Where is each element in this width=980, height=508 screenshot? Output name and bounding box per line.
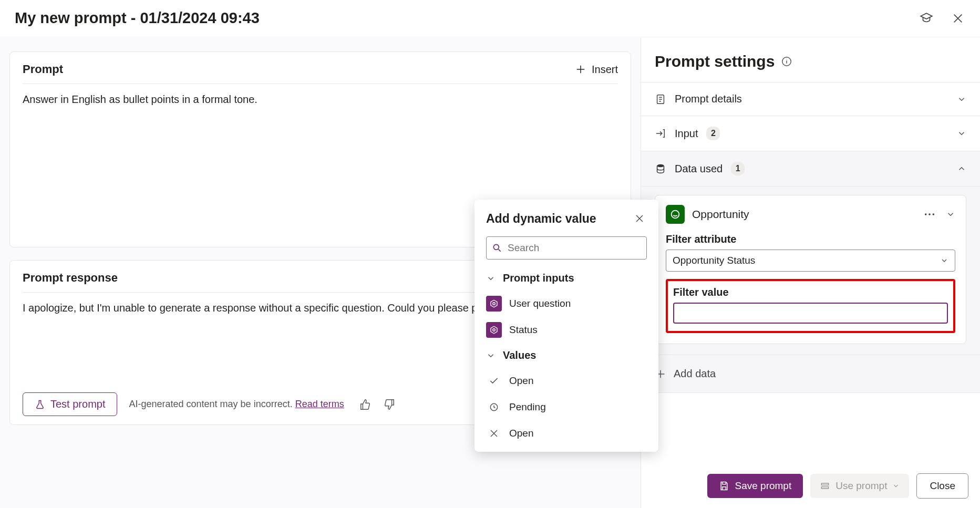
svg-point-10 <box>493 303 496 305</box>
clock-icon <box>486 399 502 415</box>
data-used-body: Opportunity Filter attribute <box>641 186 980 355</box>
save-prompt-label: Save prompt <box>735 480 791 492</box>
dynamic-value-popover: Add dynamic value Prompt inputs User que… <box>474 200 658 452</box>
group-label: Values <box>503 349 536 361</box>
chevron-down-icon[interactable] <box>946 210 955 219</box>
data-count-badge: 1 <box>731 162 745 175</box>
input-item-status[interactable]: Status <box>474 317 658 343</box>
svg-rect-7 <box>822 483 829 485</box>
entity-icon <box>666 205 685 224</box>
input-count-badge: 2 <box>706 127 720 140</box>
item-label: Pending <box>509 401 546 413</box>
ai-disclaimer: AI-generated content may be incorrect. R… <box>129 399 344 410</box>
section-label: Data used <box>675 163 723 175</box>
database-icon <box>655 163 666 174</box>
section-data-used[interactable]: Data used 1 <box>641 151 980 186</box>
filter-value-highlight: Filter value <box>666 279 955 333</box>
section-input[interactable]: Input 2 <box>641 116 980 151</box>
group-values[interactable]: Values <box>474 343 658 368</box>
test-prompt-button[interactable]: Test prompt <box>23 392 117 416</box>
settings-title: Prompt settings <box>655 53 775 70</box>
group-label: Prompt inputs <box>503 272 574 284</box>
close-button[interactable]: Close <box>916 473 968 499</box>
chevron-down-icon <box>486 351 496 360</box>
input-item-user-question[interactable]: User question <box>474 291 658 317</box>
filter-attribute-label: Filter attribute <box>666 233 955 245</box>
filter-value-input[interactable] <box>673 303 948 324</box>
entity-name: Opportunity <box>692 208 749 221</box>
settings-title-row: Prompt settings <box>641 38 980 82</box>
settings-panel: Prompt settings Prompt details <box>641 38 980 508</box>
check-icon <box>486 373 502 389</box>
thumbs-down-icon[interactable] <box>382 397 397 412</box>
page-header: My new prompt - 01/31/2024 09:43 <box>0 0 980 36</box>
svg-point-5 <box>929 213 931 215</box>
filter-value-label: Filter value <box>673 286 948 298</box>
use-prompt-button: Use prompt <box>810 474 909 498</box>
search-input[interactable] <box>508 242 641 254</box>
variable-icon <box>486 296 502 312</box>
x-icon <box>486 426 502 441</box>
add-data-label: Add data <box>674 368 716 380</box>
read-terms-link[interactable]: Read terms <box>295 399 344 409</box>
insert-label: Insert <box>592 64 618 76</box>
section-label: Input <box>675 128 698 140</box>
test-prompt-label: Test prompt <box>50 398 105 410</box>
value-item-open-check[interactable]: Open <box>474 368 658 394</box>
chevron-down-icon <box>957 129 966 138</box>
item-label: Open <box>509 375 533 387</box>
header-actions <box>919 11 965 26</box>
value-item-pending[interactable]: Pending <box>474 394 658 420</box>
item-label: Status <box>509 324 538 336</box>
group-prompt-inputs[interactable]: Prompt inputs <box>474 266 658 291</box>
insert-button[interactable]: Insert <box>575 64 618 76</box>
variable-icon <box>486 322 502 338</box>
entity-card: Opportunity Filter attribute <box>655 195 966 344</box>
filter-attribute-select[interactable]: Opportunity Status <box>666 250 955 272</box>
footer-bar: Save prompt Use prompt Close <box>696 464 980 508</box>
svg-point-6 <box>933 213 935 215</box>
info-icon[interactable] <box>781 56 792 67</box>
learn-icon[interactable] <box>919 11 934 26</box>
chevron-down-icon <box>486 274 496 283</box>
section-prompt-details[interactable]: Prompt details <box>641 82 980 116</box>
svg-rect-8 <box>822 487 829 489</box>
filter-attribute-value: Opportunity Status <box>673 255 755 266</box>
use-prompt-label: Use prompt <box>835 480 887 492</box>
search-field[interactable] <box>486 236 647 260</box>
search-icon <box>492 243 502 253</box>
svg-point-2 <box>657 164 664 168</box>
chevron-up-icon <box>957 164 966 173</box>
close-icon[interactable] <box>632 211 647 226</box>
svg-point-9 <box>493 244 499 250</box>
response-card-title: Prompt response <box>23 271 118 285</box>
close-icon[interactable] <box>951 11 965 26</box>
value-item-open-x[interactable]: Open <box>474 420 658 447</box>
svg-point-4 <box>925 213 927 215</box>
input-icon <box>655 128 666 139</box>
add-data-button[interactable]: Add data <box>641 355 980 393</box>
svg-point-11 <box>493 329 496 331</box>
prompt-card-title: Prompt <box>23 63 63 76</box>
more-icon[interactable] <box>924 213 935 216</box>
save-prompt-button[interactable]: Save prompt <box>707 474 803 498</box>
close-label: Close <box>930 480 955 491</box>
details-icon <box>655 94 666 105</box>
svg-point-3 <box>672 211 679 219</box>
item-label: Open <box>509 428 533 439</box>
popover-title: Add dynamic value <box>486 212 596 226</box>
thumbs-up-icon[interactable] <box>358 397 373 412</box>
item-label: User question <box>509 298 571 309</box>
section-label: Prompt details <box>675 93 742 105</box>
chevron-down-icon <box>957 95 966 104</box>
page-title: My new prompt - 01/31/2024 09:43 <box>15 9 260 27</box>
